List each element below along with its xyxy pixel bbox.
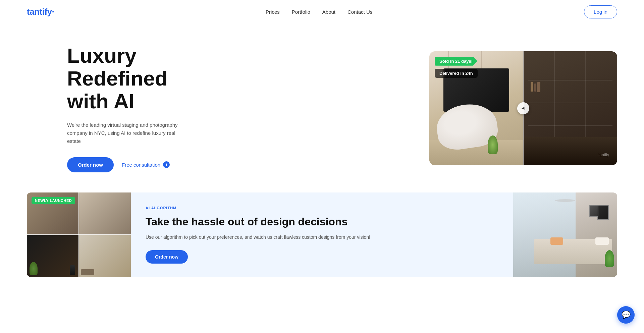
- logo-dot: ·: [52, 7, 54, 17]
- nav-prices[interactable]: Prices: [266, 9, 280, 15]
- hero-image: Sold in 21 days! Delivered in 24h tantif…: [429, 51, 617, 165]
- room-thumb-2: [79, 192, 131, 234]
- delivered-badge: Delivered in 24h: [435, 69, 478, 78]
- room-grid-card: NEWLY LAUNCHED: [27, 192, 131, 277]
- room-photo-right-bg: [513, 192, 617, 277]
- slider-divider[interactable]: [523, 51, 524, 165]
- sold-badge: Sold in 21 days!: [435, 57, 477, 66]
- free-consultation-link[interactable]: Free consultation i: [122, 161, 170, 168]
- room-thumb-4: [79, 235, 131, 277]
- room-photo-grid: [27, 192, 131, 277]
- shelf-2: [528, 103, 612, 103]
- card-order-button[interactable]: Order now: [146, 250, 188, 264]
- books: [531, 82, 540, 92]
- nav-contact[interactable]: Contact Us: [347, 9, 372, 15]
- room-photo-right: [513, 192, 617, 277]
- hero-actions: Order now Free consultation i: [67, 157, 195, 172]
- card-title: Take the hassle out of design decisions: [146, 215, 498, 228]
- login-button[interactable]: Log in: [584, 5, 617, 18]
- nav-portfolio[interactable]: Portfolio: [292, 9, 310, 15]
- logo[interactable]: tantify·: [27, 7, 54, 17]
- cabinet: [523, 137, 617, 165]
- shelf-div-1: [554, 51, 555, 143]
- hero-img-right: [523, 51, 617, 165]
- ai-algorithm-card: AI ALGORITHM Take the hassle out of desi…: [131, 192, 513, 277]
- header: tantify· Prices Portfolio About Contact …: [0, 0, 644, 24]
- hero-title: Luxury Redefined with AI: [67, 44, 195, 113]
- hero-text-block: Luxury Redefined with AI We're the leadi…: [67, 44, 195, 172]
- plant: [488, 135, 498, 154]
- nav-about[interactable]: About: [322, 9, 335, 15]
- slider-play-button[interactable]: [517, 102, 529, 114]
- order-now-button[interactable]: Order now: [67, 157, 114, 172]
- info-icon: i: [163, 161, 170, 168]
- cards-section: NEWLY LAUNCHED AI ALGORITHM Take the has…: [0, 192, 644, 297]
- shelf-3: [528, 125, 612, 126]
- hero-section: Luxury Redefined with AI We're the leadi…: [0, 24, 644, 192]
- card-tag: AI ALGORITHM: [146, 206, 498, 210]
- newly-launched-badge: NEWLY LAUNCHED: [32, 197, 75, 204]
- hero-img-left: [429, 51, 523, 165]
- hero-room-image: Sold in 21 days! Delivered in 24h tantif…: [429, 51, 617, 165]
- watermark: tantify: [598, 153, 609, 157]
- main-nav: Prices Portfolio About Contact Us: [266, 9, 372, 15]
- room-thumb-3: [27, 235, 78, 277]
- card-description: Use our algorithm to pick out your prefe…: [146, 233, 498, 241]
- logo-text: tantify: [27, 7, 52, 17]
- shelf-1: [528, 80, 612, 80]
- free-consult-label: Free consultation: [122, 162, 160, 168]
- hero-subtitle: We're the leading virtual staging and ph…: [67, 121, 181, 145]
- shelf-div-2: [585, 51, 586, 143]
